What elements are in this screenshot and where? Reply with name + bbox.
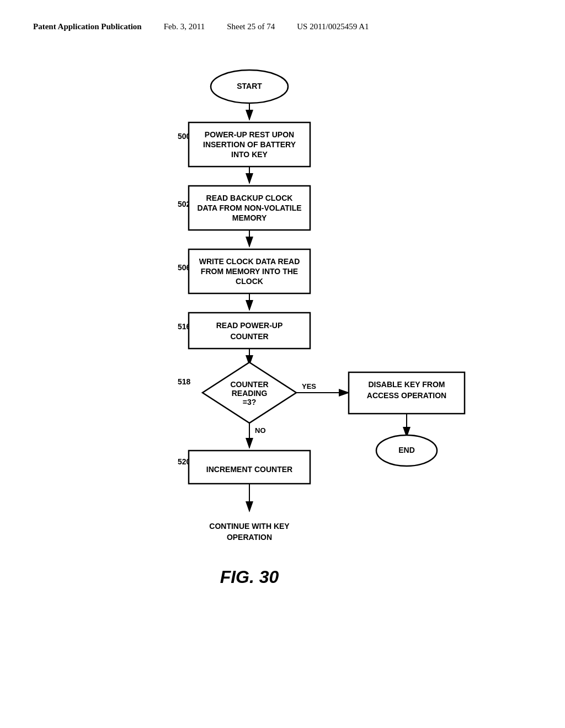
node-500-line2: INSERTION OF BATTERY (203, 140, 296, 149)
ref-518: 518 (178, 377, 191, 386)
yes-label: YES (302, 382, 316, 390)
node-502-line2: DATA FROM NON-VOLATILE (197, 204, 301, 212)
flowchart: START 500 POWER-UP REST UPON INSERTION O… (67, 53, 498, 662)
node-518-line3: =3? (243, 398, 257, 406)
node-516-line2: COUNTER (230, 332, 268, 341)
continue-line2: OPERATION (227, 533, 272, 542)
node-518-line2: READING (232, 389, 268, 398)
node-506-line3: CLOCK (236, 277, 263, 286)
node-506-line2: FROM MEMORY INTO THE (201, 267, 298, 276)
end-label: END (398, 446, 415, 454)
page: Patent Application Publication Feb. 3, 2… (0, 0, 565, 728)
node-502-line3: MEMORY (232, 213, 267, 222)
node-520: INCREMENT COUNTER (206, 465, 292, 474)
node-516-line1: READ POWER-UP (216, 321, 283, 330)
flowchart-svg: START 500 POWER-UP REST UPON INSERTION O… (67, 53, 498, 660)
header-sheet: Sheet 25 of 74 (227, 22, 275, 31)
header: Patent Application Publication Feb. 3, 2… (33, 22, 532, 31)
diagram-container: START 500 POWER-UP REST UPON INSERTION O… (33, 53, 532, 662)
disable-key-line1: DISABLE KEY FROM (369, 380, 445, 389)
svg-rect-9 (189, 313, 310, 349)
disable-key-line2: ACCESS OPERATION (367, 391, 446, 400)
header-patent: US 2011/0025459 A1 (297, 22, 369, 31)
header-date: Feb. 3, 2011 (164, 22, 205, 31)
fig-label: FIG. 30 (220, 567, 279, 587)
node-506-line1: WRITE CLOCK DATA READ (199, 257, 300, 266)
node-518-line1: COUNTER (230, 380, 268, 389)
node-502-line1: READ BACKUP CLOCK (206, 194, 293, 202)
continue-line1: CONTINUE WITH KEY (209, 522, 290, 531)
node-500-line3: INTO KEY (231, 150, 268, 159)
no-label: NO (255, 426, 266, 435)
node-500-line1: POWER-UP REST UPON (205, 130, 294, 139)
header-title: Patent Application Publication (33, 22, 142, 31)
start-label: START (237, 82, 262, 90)
